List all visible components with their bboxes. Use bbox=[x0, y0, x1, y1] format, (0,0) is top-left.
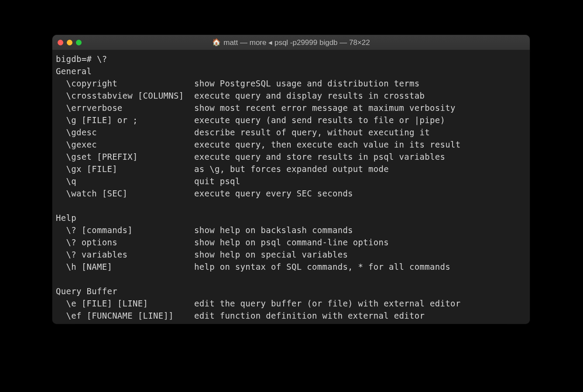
window-controls bbox=[58, 40, 82, 45]
home-icon: 🏠 bbox=[212, 39, 221, 46]
close-icon[interactable] bbox=[58, 40, 63, 45]
terminal-output[interactable]: bigdb=# \? General \copyright show Postg… bbox=[52, 50, 530, 324]
window-title-text: matt — more ◂ psql -p29999 bigdb — 78×22 bbox=[223, 38, 370, 47]
minimize-icon[interactable] bbox=[67, 40, 72, 45]
window-title: 🏠 matt — more ◂ psql -p29999 bigdb — 78×… bbox=[52, 38, 530, 47]
zoom-icon[interactable] bbox=[76, 40, 82, 45]
terminal-window: 🏠 matt — more ◂ psql -p29999 bigdb — 78×… bbox=[52, 35, 530, 324]
titlebar[interactable]: 🏠 matt — more ◂ psql -p29999 bigdb — 78×… bbox=[52, 35, 530, 50]
